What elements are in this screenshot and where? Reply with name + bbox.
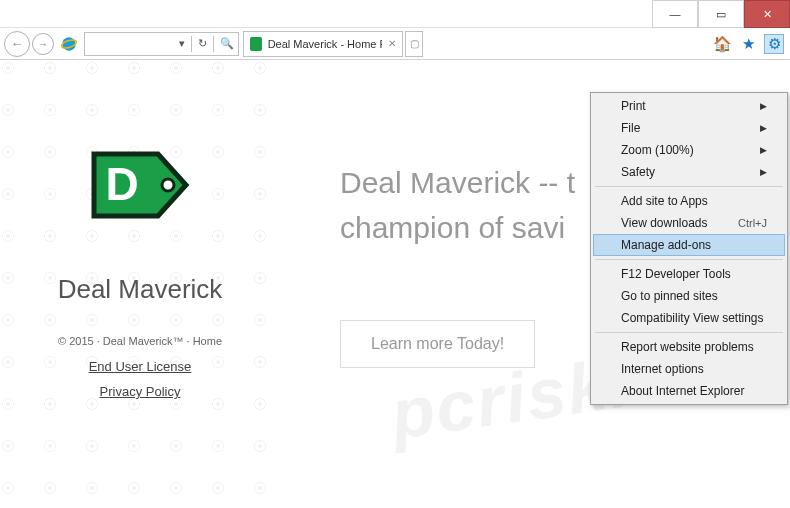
menu-item-go-to-pinned-sites[interactable]: Go to pinned sites <box>593 285 785 307</box>
tab-favicon-icon <box>250 37 262 51</box>
menu-shortcut: Ctrl+J <box>738 217 767 229</box>
tab-close-icon[interactable]: ✕ <box>388 38 396 49</box>
page-content: pcrisk.com D Deal Maverick © 2015 · Deal… <box>0 60 790 508</box>
menu-item-label: Compatibility View settings <box>621 311 764 325</box>
menu-item-label: Zoom (100%) <box>621 143 694 157</box>
dropdown-icon[interactable]: ▾ <box>179 37 185 50</box>
headline-line-2: champion of savi <box>340 211 565 244</box>
menu-item-label: Internet options <box>621 362 704 376</box>
address-bar[interactable]: ▾ ↻ 🔍 <box>84 32 239 56</box>
deal-maverick-logo-icon: D <box>80 140 200 230</box>
menu-item-view-downloads[interactable]: View downloadsCtrl+J <box>593 212 785 234</box>
menu-item-label: Go to pinned sites <box>621 289 718 303</box>
window-titlebar: — ▭ ✕ <box>0 0 790 28</box>
search-icon[interactable]: 🔍 <box>220 37 234 50</box>
menu-item-label: Add site to Apps <box>621 194 708 208</box>
menu-item-label: About Internet Explorer <box>621 384 744 398</box>
svg-text:D: D <box>105 158 138 210</box>
svg-point-3 <box>162 179 174 191</box>
privacy-policy-link[interactable]: Privacy Policy <box>20 384 260 399</box>
browser-tab[interactable]: Deal Maverick - Home Page ✕ <box>243 31 403 57</box>
menu-item-about-internet-explorer[interactable]: About Internet Explorer <box>593 380 785 402</box>
menu-item-add-site-to-apps[interactable]: Add site to Apps <box>593 190 785 212</box>
menu-item-label: F12 Developer Tools <box>621 267 731 281</box>
tools-gear-icon[interactable]: ⚙ <box>764 34 784 54</box>
back-button[interactable]: ← <box>4 31 30 57</box>
menu-item-zoom-100[interactable]: Zoom (100%)▶ <box>593 139 785 161</box>
menu-separator <box>595 259 783 260</box>
submenu-arrow-icon: ▶ <box>760 123 767 133</box>
favorites-icon[interactable]: ★ <box>738 34 758 54</box>
ie-logo-icon <box>60 35 78 53</box>
menu-separator <box>595 186 783 187</box>
menu-item-f12-developer-tools[interactable]: F12 Developer Tools <box>593 263 785 285</box>
page-sidebar: D Deal Maverick © 2015 · Deal Maverick™ … <box>0 60 280 508</box>
menu-item-manage-add-ons[interactable]: Manage add-ons <box>593 234 785 256</box>
tools-menu: Print▶File▶Zoom (100%)▶Safety▶Add site t… <box>590 92 788 405</box>
browser-toolbar: ← → ▾ ↻ 🔍 Deal Maverick - Home Page ✕ ▢ … <box>0 28 790 60</box>
home-icon[interactable]: 🏠 <box>712 34 732 54</box>
menu-item-label: Report website problems <box>621 340 754 354</box>
submenu-arrow-icon: ▶ <box>760 145 767 155</box>
end-user-license-link[interactable]: End User License <box>20 359 260 374</box>
window-maximize-button[interactable]: ▭ <box>698 0 744 28</box>
copyright-text: © 2015 · Deal Maverick™ · Home <box>20 335 260 347</box>
svg-point-0 <box>62 37 76 51</box>
window-minimize-button[interactable]: — <box>652 0 698 28</box>
menu-item-file[interactable]: File▶ <box>593 117 785 139</box>
menu-item-internet-options[interactable]: Internet options <box>593 358 785 380</box>
menu-item-safety[interactable]: Safety▶ <box>593 161 785 183</box>
brand-title: Deal Maverick <box>20 274 260 305</box>
menu-item-label: Print <box>621 99 646 113</box>
forward-button[interactable]: → <box>32 33 54 55</box>
menu-item-print[interactable]: Print▶ <box>593 95 785 117</box>
new-tab-button[interactable]: ▢ <box>405 31 423 57</box>
submenu-arrow-icon: ▶ <box>760 167 767 177</box>
learn-more-button[interactable]: Learn more Today! <box>340 320 535 368</box>
menu-item-label: Manage add-ons <box>621 238 711 252</box>
submenu-arrow-icon: ▶ <box>760 101 767 111</box>
tab-title: Deal Maverick - Home Page <box>268 38 382 50</box>
menu-item-label: File <box>621 121 640 135</box>
window-close-button[interactable]: ✕ <box>744 0 790 28</box>
headline-line-1: Deal Maverick -- t <box>340 166 575 199</box>
menu-item-label: Safety <box>621 165 655 179</box>
refresh-icon[interactable]: ↻ <box>198 37 207 50</box>
menu-item-compatibility-view-settings[interactable]: Compatibility View settings <box>593 307 785 329</box>
menu-item-label: View downloads <box>621 216 708 230</box>
menu-separator <box>595 332 783 333</box>
menu-item-report-website-problems[interactable]: Report website problems <box>593 336 785 358</box>
